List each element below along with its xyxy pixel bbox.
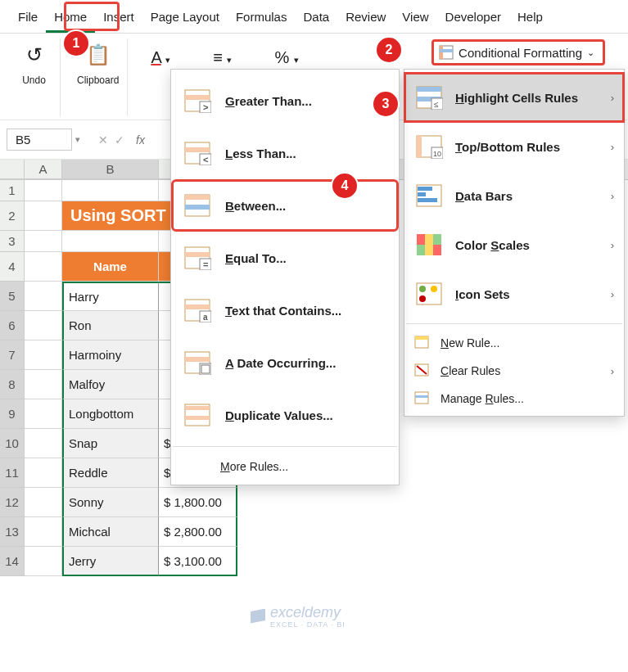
color-scales-label: Color Scales [455,238,599,252]
menu-file[interactable]: File [10,5,46,33]
chevron-right-icon: › [611,288,614,300]
row-header[interactable]: 5 [0,282,25,311]
cell-name[interactable]: Malfoy [62,370,159,399]
menu-icon-sets[interactable]: Icon Sets › [404,269,624,318]
row-header[interactable]: 13 [0,517,25,547]
cell-name[interactable]: Sonny [62,488,159,517]
font-color-button[interactable]: A ▾ [144,43,177,72]
menu-manage-rules[interactable]: Manage Rules... [404,385,624,413]
svg-rect-18 [433,234,441,245]
row-header[interactable]: 14 [0,547,25,576]
conditional-formatting-button[interactable]: Conditional Formatting ⌄ [431,39,605,65]
cell[interactable] [25,282,62,311]
row-header[interactable]: 3 [0,231,25,252]
menu-new-rule[interactable]: New Rule... [404,329,624,357]
menu-clear-rules[interactable]: Clear Rules › [404,357,624,385]
menu-data-bars[interactable]: Data Bars › [404,171,624,220]
cell[interactable] [25,311,62,341]
cell[interactable] [25,231,62,252]
row-header[interactable]: 6 [0,311,25,341]
svg-text:≤: ≤ [434,100,439,109]
cell[interactable] [62,231,159,252]
callout-2: 2 [377,38,401,62]
top-bottom-label: Top/Bottom Rules [455,140,599,154]
row-header[interactable]: 9 [0,399,25,429]
cell[interactable] [25,399,62,429]
enter-formula-icon[interactable]: ✓ [115,133,124,147]
cell[interactable] [25,458,62,488]
data-bars-icon [414,183,444,209]
cell-name[interactable]: Harmoiny [62,341,159,370]
alignment-button[interactable]: ≡ ▾ [206,43,238,72]
svg-rect-41 [185,195,210,200]
menu-formulas[interactable]: Formulas [228,5,296,33]
undo-label: Undo [22,74,46,86]
menu-equal-to[interactable]: = Equal To... [171,232,399,284]
menu-top-bottom-rules[interactable]: 10 Top/Bottom Rules › [404,122,624,171]
cell[interactable] [25,517,62,547]
cell-name[interactable]: Harry [62,282,159,311]
row-header[interactable]: 8 [0,370,25,399]
menu-color-scales[interactable]: Color Scales › [404,220,624,269]
menu-greater-than[interactable]: > Greater Than... [171,74,399,127]
undo-group[interactable]: ↺ Undo [8,38,61,116]
menu-date-occurring[interactable]: A Date Occurring... [171,336,399,389]
menu-page-layout[interactable]: Page Layout [142,5,228,33]
greater-than-label: Greater Than... [225,94,312,108]
menu-review[interactable]: Review [337,5,394,33]
percent-button[interactable]: % ▾ [268,43,305,72]
cell[interactable] [25,180,62,201]
cell-name[interactable]: Reddle [62,458,159,488]
menu-data[interactable]: Data [295,5,337,33]
select-all-corner[interactable] [0,160,25,179]
cell-salary[interactable]: $ 1,800.00 [159,488,237,517]
menu-text-contains[interactable]: a Text that Contains... [171,284,399,336]
cell[interactable] [25,547,62,576]
svg-rect-31 [415,395,428,398]
menu-less-than[interactable]: < Less Than... [171,127,399,179]
menu-insert[interactable]: Insert [95,5,142,33]
cell[interactable] [25,341,62,370]
cell[interactable] [25,488,62,517]
row-header[interactable]: 4 [0,252,25,282]
row-header[interactable]: 7 [0,341,25,370]
cell[interactable] [25,201,62,231]
fx-button[interactable]: fx [131,132,150,148]
svg-rect-19 [417,245,425,255]
row-header[interactable]: 11 [0,458,25,488]
cell-name[interactable]: Michcal [62,517,159,547]
namebox-dropdown-icon[interactable]: ▾ [75,134,80,145]
column-header-name[interactable]: Name [62,252,159,282]
menu-highlight-cells-rules[interactable]: ≤ Highlight Cells Rules › [404,73,624,122]
cell-name[interactable]: Ron [62,311,159,341]
cell[interactable] [25,370,62,399]
menu-duplicate-values[interactable]: Duplicate Values... [171,389,399,441]
row-header[interactable]: 12 [0,488,25,517]
row-header[interactable]: 1 [0,180,25,201]
row-header[interactable]: 2 [0,201,25,231]
cell-name[interactable]: Snap [62,429,159,458]
cell[interactable] [62,180,159,201]
cell-salary[interactable]: $ 2,800.00 [159,517,237,547]
menu-home[interactable]: Home [46,5,95,33]
menu-developer[interactable]: Developer [437,5,509,33]
col-header-a[interactable]: A [25,160,62,179]
menu-between[interactable]: Between... [171,179,399,232]
cell-name[interactable]: Longbottom [62,399,159,429]
menu-view[interactable]: View [394,5,436,33]
col-header-b[interactable]: B [62,160,159,179]
greater-than-icon: > [183,88,212,114]
cancel-formula-icon[interactable]: ✕ [98,133,108,147]
menu-more-rules[interactable]: More Rules... [171,452,399,476]
row-header[interactable]: 10 [0,429,25,458]
cell[interactable] [25,252,62,282]
cell-salary[interactable]: $ 3,100.00 [159,547,237,576]
date-occurring-label: A Date Occurring... [225,356,336,370]
cell[interactable] [25,429,62,458]
name-box[interactable]: B5 [7,129,72,151]
menu-help[interactable]: Help [509,5,551,33]
svg-rect-16 [417,234,425,245]
cell-name[interactable]: Jerry [62,547,159,576]
conditional-formatting-menu: ≤ Highlight Cells Rules › 10 Top/Bottom … [404,69,625,417]
top-bottom-icon: 10 [414,133,444,160]
